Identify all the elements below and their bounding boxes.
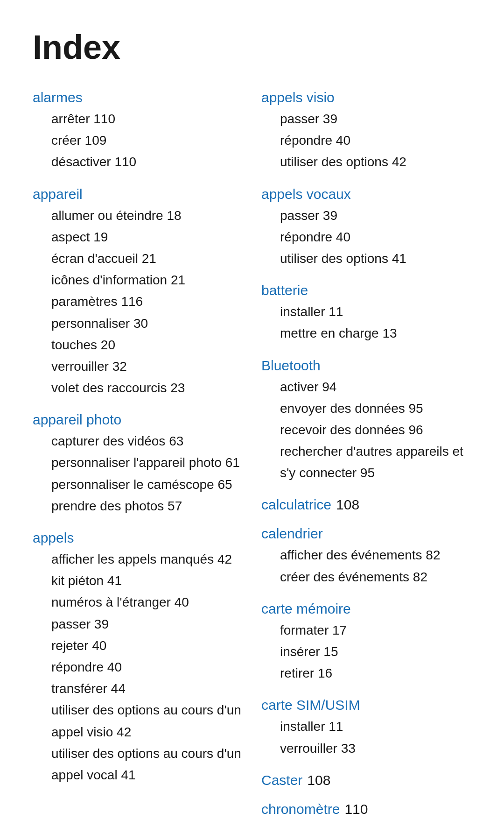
index-section: Bluetoothactiver 94envoyer des données 9… (261, 358, 471, 484)
list-item: capturer des vidéos 63 (51, 431, 243, 452)
list-item: numéros à l'étranger 40 (51, 592, 243, 613)
list-item: touches 20 (51, 334, 243, 356)
index-columns: alarmesarrêter 110créer 109désactiver 11… (33, 90, 471, 827)
index-heading: appels vocaux (261, 186, 471, 202)
right-column: appels visiopasser 39répondre 40utiliser… (261, 90, 471, 827)
list-item: utiliser des options 42 (280, 151, 471, 173)
list-item: utiliser des options au cours d'un appel… (51, 700, 243, 742)
index-heading: appels (33, 530, 243, 546)
index-section: calculatrice108 (261, 497, 471, 513)
list-item: passer 39 (280, 205, 471, 226)
index-heading: batterie (261, 283, 471, 298)
list-item: utiliser des options 41 (280, 248, 471, 269)
list-item: verrouiller 33 (280, 738, 471, 759)
list-item: utiliser des options au cours d'un appel… (51, 743, 243, 786)
heading-page-num: 108 (336, 497, 359, 512)
index-section: Caster108 (261, 772, 471, 788)
list-item: rejeter 40 (51, 635, 243, 657)
index-heading: alarmes (33, 90, 243, 106)
index-section: alarmesarrêter 110créer 109désactiver 11… (33, 90, 243, 173)
list-item: afficher des événements 82 (280, 544, 471, 566)
list-item: icônes d'information 21 (51, 269, 243, 291)
list-item: mettre en charge 13 (280, 323, 471, 344)
list-item: formater 17 (280, 620, 471, 641)
index-section: appels vocauxpasser 39répondre 40utilise… (261, 186, 471, 270)
list-item: répondre 40 (280, 226, 471, 248)
list-item: insérer 15 (280, 641, 471, 663)
index-section: calendrierafficher des événements 82crée… (261, 526, 471, 587)
list-item: transférer 44 (51, 678, 243, 700)
left-column: alarmesarrêter 110créer 109désactiver 11… (33, 90, 243, 827)
list-item: retirer 16 (280, 663, 471, 684)
index-section: appels visiopasser 39répondre 40utiliser… (261, 90, 471, 173)
list-item: prendre des photos 57 (51, 495, 243, 517)
list-item: installer 11 (280, 301, 471, 323)
index-heading: chronomètre (261, 801, 340, 817)
list-item: volet des raccourcis 23 (51, 377, 243, 399)
index-section: appareil photocapturer des vidéos 63pers… (33, 412, 243, 517)
list-item: recevoir des données 96 (280, 419, 471, 441)
index-heading: appels visio (261, 90, 471, 106)
index-heading: appareil (33, 186, 243, 202)
index-section: appelsafficher les appels manqués 42kit … (33, 530, 243, 786)
list-item: créer des événements 82 (280, 566, 471, 588)
list-item: verrouiller 32 (51, 356, 243, 377)
list-item: paramètres 116 (51, 291, 243, 312)
list-item: répondre 40 (280, 130, 471, 151)
index-heading: carte SIM/USIM (261, 697, 471, 713)
list-item: arrêter 110 (51, 108, 243, 130)
index-heading: calculatrice (261, 497, 331, 512)
list-item: personnaliser 30 (51, 313, 243, 334)
index-heading: calendrier (261, 526, 471, 542)
list-item: installer 11 (280, 716, 471, 737)
list-item: allumer ou éteindre 18 (51, 205, 243, 226)
index-heading: carte mémoire (261, 601, 471, 617)
index-heading: Bluetooth (261, 358, 471, 374)
list-item: écran d'accueil 21 (51, 248, 243, 269)
index-section: chronomètre110 (261, 801, 471, 817)
index-section: batterieinstaller 11mettre en charge 13 (261, 283, 471, 344)
heading-page-num: 110 (344, 801, 368, 817)
heading-page-num: 108 (307, 772, 330, 788)
index-heading: appareil photo (33, 412, 243, 428)
index-heading: Caster (261, 772, 302, 788)
page-title: Index (33, 28, 471, 66)
list-item: passer 39 (51, 614, 243, 635)
list-item: rechercher d'autres appareils et s'y con… (280, 441, 471, 484)
list-item: kit piéton 41 (51, 570, 243, 592)
index-section: carte mémoireformater 17insérer 15retire… (261, 601, 471, 685)
index-section: carte SIM/USIMinstaller 11verrouiller 33 (261, 697, 471, 759)
list-item: afficher les appels manqués 42 (51, 549, 243, 570)
list-item: créer 109 (51, 130, 243, 151)
list-item: personnaliser le caméscope 65 (51, 474, 243, 495)
index-section: appareilallumer ou éteindre 18aspect 19é… (33, 186, 243, 399)
list-item: personnaliser l'appareil photo 61 (51, 452, 243, 474)
list-item: désactiver 110 (51, 151, 243, 173)
list-item: activer 94 (280, 376, 471, 398)
list-item: passer 39 (280, 108, 471, 130)
list-item: répondre 40 (51, 657, 243, 678)
list-item: aspect 19 (51, 226, 243, 248)
list-item: envoyer des données 95 (280, 398, 471, 419)
